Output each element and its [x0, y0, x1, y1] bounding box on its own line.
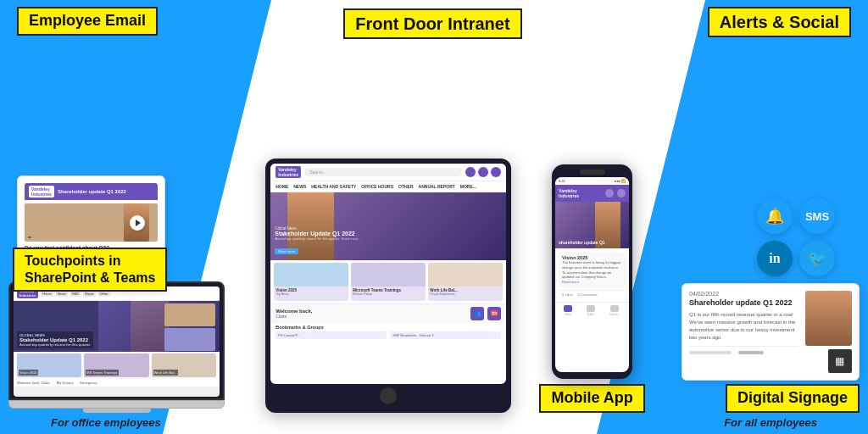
phone-notch: [580, 170, 605, 175]
center-section: VandeleyIndustries Search... HOME NEWS H…: [257, 125, 520, 413]
phone-nav-icon-3: [610, 305, 619, 312]
tablet-card-3-label: Work Life Bal...: [428, 287, 503, 292]
phone-read-more[interactable]: Read more: [562, 280, 622, 284]
sms-icon: SMS: [799, 198, 835, 234]
signage-title: Shareholder update Q1 2022: [689, 298, 798, 307]
tablet-welcome-icons: 👥 🆘: [470, 307, 501, 320]
tablet-welcome: Welcome back, Claire 👥 🆘: [270, 303, 506, 323]
tablet-card-2-img: [351, 263, 426, 287]
laptop-thumb-3-label: Work Life Bal...: [153, 370, 178, 376]
tablet-mockup: VandeleyIndustries Search... HOME NEWS H…: [265, 159, 511, 413]
touchpoints-label: Touchpoints in SharePoint & Teams: [13, 248, 167, 292]
right-section: 🔔 SMS in 🐦 04/02/2022 Shareholder update…: [665, 152, 860, 413]
phone-nav-home[interactable]: Home: [564, 305, 572, 316]
phone-status-bar: 9:41 ●●● 📶: [555, 177, 629, 185]
bottom-labels: For office employees For all employees: [0, 413, 868, 434]
tablet-bookmarks: Bookmarks & Groups PX-Crucial P... SNF N…: [270, 323, 506, 341]
phone-hero: shareholder update Q1: [555, 202, 629, 248]
phone-profile-icon[interactable]: [617, 189, 626, 198]
laptop-screen-inner: VandeleyIndustries Home News H&S Depts O…: [14, 287, 220, 397]
phone-home-label: Home: [565, 313, 571, 316]
phone-nav-3-label: Commu...: [609, 313, 620, 316]
mobile-app-label: Mobile App: [539, 384, 644, 413]
tablet-hero: Global News Stakeholder Update Q1 2022 A…: [270, 192, 506, 260]
phone-time: 9:41: [559, 179, 565, 183]
signage-qr-code: ▦: [828, 349, 852, 373]
phone-card-text: The business world is facing its biggest…: [562, 260, 622, 279]
tablet-card-1-img: [274, 263, 348, 287]
tablet-home-btn[interactable]: [380, 387, 397, 404]
phone-search-icon[interactable]: [605, 189, 614, 198]
phone-content: Vision 2025 The business world is facing…: [555, 248, 629, 301]
tablet-read-more-btn[interactable]: Read more: [275, 248, 298, 254]
tablet-bookmark-2[interactable]: SNF Newsletter - Volume 3: [390, 331, 501, 339]
laptop-thumb-1-label: Vision 2025: [19, 370, 38, 376]
tablet-emergency-icon[interactable]: 🆘: [487, 307, 501, 320]
twitter-icon: 🐦: [799, 241, 835, 276]
tablet-welcome-name: Claire: [275, 314, 312, 319]
tablet-hero-desc: Annual top quarterly returns for this qu…: [275, 236, 360, 241]
tablet-logo: VandeleyIndustries: [275, 166, 301, 178]
phone-nav-3[interactable]: Commu...: [609, 305, 620, 316]
tablet-hero-title: Stakeholder Update Q1 2022: [275, 231, 360, 236]
phone-engagement: 6 Likes 2 Comments: [559, 290, 626, 298]
laptop-thumb-1: Vision 2025: [17, 353, 81, 377]
phone-signal: ●●● 📶: [615, 179, 626, 183]
tablet-screen: VandeleyIndustries Search... HOME NEWS H…: [270, 164, 506, 384]
phone-nav-icon-2: [587, 305, 595, 312]
tablet-card-1-label: Vision 2025: [274, 287, 348, 292]
tablet-nav: VandeleyIndustries Search...: [270, 164, 506, 181]
laptop-groups: My Groups: [57, 381, 74, 385]
laptop-emergency: Emergency: [80, 381, 97, 385]
digital-signage: 04/02/2022 Shareholder update Q1 2022 Q1…: [682, 283, 860, 381]
tablet-search[interactable]: Search...: [304, 168, 462, 176]
tablet-card-3-img: [428, 263, 503, 287]
signage-content: 04/02/2022 Shareholder update Q1 2022 Q1…: [689, 291, 798, 373]
tablet-bookmark-1[interactable]: PX-Crucial P...: [275, 331, 387, 339]
tablet-nav-icon-2[interactable]: [478, 167, 488, 177]
phone-hero-text: shareholder update Q1: [559, 240, 604, 245]
tablet-menu-annual[interactable]: ANNUAL REPORT: [419, 184, 455, 189]
laptop-hero: GLOBAL NEWS Stakeholder Update Q1 2022 A…: [14, 301, 220, 352]
for-office-label: For office employees: [51, 416, 161, 429]
bell-icon: 🔔: [757, 198, 793, 234]
tablet-mygroups-icon[interactable]: 👥: [470, 307, 484, 320]
email-play-button[interactable]: [130, 215, 145, 231]
front-door-label: Front Door Intranet: [343, 8, 521, 39]
tablet-card-2: Microsoft Teams Trainings Kiriman Paksa: [351, 263, 426, 301]
phone-nav-2-label: Ty All...: [587, 313, 595, 316]
phone-app-header: VandeleyIndustries: [555, 185, 629, 202]
tablet-card-3-sub: People Experience: [428, 292, 503, 296]
tablet-bookmarks-title: Bookmarks & Groups: [275, 325, 501, 330]
tablet-menu-home[interactable]: HOME: [275, 184, 288, 189]
laptop-welcome: Welcome back, Claire: [17, 381, 50, 385]
laptop-hero-desc: Annual top quarterly returns for this qu…: [19, 342, 91, 347]
signage-text: Q1 is our fifth record revenue quarter i…: [689, 311, 798, 342]
mobile-app-label-wrapper: Mobile App: [539, 384, 644, 413]
laptop-mockup: VandeleyIndustries Home News H&S Depts O…: [8, 281, 225, 413]
tablet-nav-icon-1[interactable]: [465, 167, 476, 177]
tablet-hero-text-box: Global News Stakeholder Update Q1 2022 A…: [275, 226, 360, 256]
laptop-bottom: Welcome back, Claire My Groups Emergency: [14, 379, 220, 387]
tablet-menu-other[interactable]: OTHER: [398, 184, 414, 189]
email-logo: VandeleyIndustries: [29, 186, 54, 198]
signage-divider: [689, 346, 798, 347]
tablet-nav-icon-3[interactable]: [491, 167, 501, 177]
tablet-menu-hs[interactable]: HEALTH AND SAFETY: [311, 184, 356, 189]
tablet-menu-more[interactable]: MORE...: [460, 184, 476, 189]
email-header: VandeleyIndustries Shareholder update Q1…: [25, 183, 158, 200]
tablet-menu-news[interactable]: NEWS: [293, 184, 306, 189]
phone-home-icon: [564, 305, 572, 312]
main-container: Employee Email Front Door Intranet Alert…: [0, 0, 868, 434]
signage-person-image: [805, 291, 852, 346]
top-labels-row: Employee Email Front Door Intranet Alert…: [0, 0, 868, 39]
tablet-nav-right: [465, 167, 501, 177]
phone-comments-count: 2 Comments: [578, 292, 598, 297]
employee-email-label: Employee Email: [17, 7, 158, 36]
laptop-screen-outer: VandeleyIndustries Home News H&S Depts O…: [8, 281, 225, 400]
tablet-menu-office[interactable]: OFFICE HOURS: [361, 184, 393, 189]
laptop-thumb-2-label: MS Teams Trainings: [86, 370, 118, 376]
laptop-thumb-2: MS Teams Trainings: [84, 353, 148, 377]
email-hero-label: [28, 236, 31, 238]
phone-nav-2[interactable]: Ty All...: [587, 305, 595, 316]
